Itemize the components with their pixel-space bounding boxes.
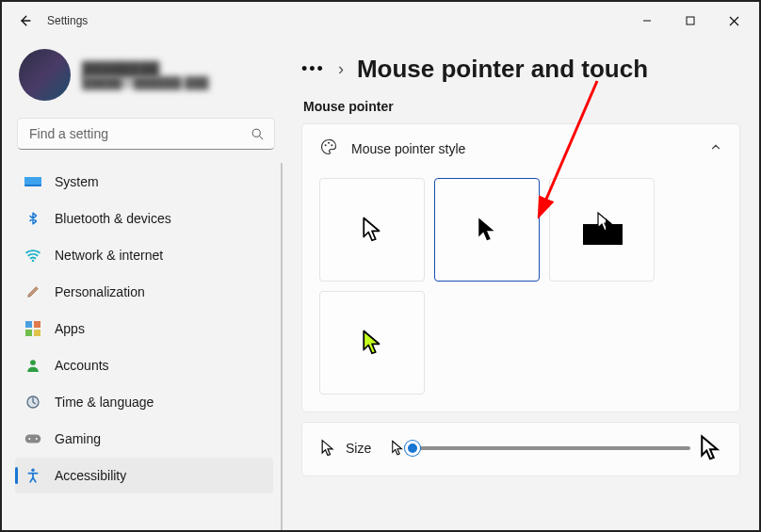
svg-rect-5	[24, 177, 41, 185]
pointer-style-title: Mouse pointer style	[351, 141, 465, 156]
svg-point-17	[325, 144, 327, 146]
sidebar-item-accounts[interactable]: Accounts	[15, 347, 273, 383]
breadcrumb: ••• › Mouse pointer and touch	[301, 55, 740, 84]
account-email: █████@██████.███	[82, 76, 209, 89]
svg-line-3	[259, 136, 263, 139]
cursor-custom-icon	[360, 329, 384, 357]
bluetooth-icon	[24, 210, 41, 227]
svg-rect-9	[25, 330, 32, 336]
sidebar-item-apps[interactable]: Apps	[15, 311, 273, 347]
paintbrush-icon	[24, 283, 41, 300]
svg-rect-7	[25, 321, 32, 328]
search-icon	[251, 127, 265, 141]
sidebar-item-time-language[interactable]: Time & language	[15, 384, 273, 420]
sidebar-item-label: Apps	[55, 321, 85, 336]
close-button[interactable]	[712, 5, 755, 37]
monitor-icon	[24, 173, 41, 190]
sidebar-item-personalization[interactable]: Personalization	[15, 274, 273, 310]
section-label: Mouse pointer	[303, 99, 740, 114]
sidebar-item-label: Time & language	[55, 395, 154, 410]
gaming-icon	[24, 430, 41, 447]
sidebar-item-label: Accessibility	[55, 468, 126, 483]
chevron-right-icon: ›	[338, 59, 344, 79]
sidebar-item-label: Personalization	[55, 284, 145, 299]
close-icon	[729, 16, 739, 26]
svg-point-15	[36, 438, 38, 440]
avatar	[19, 49, 71, 101]
palette-icon	[319, 137, 338, 159]
accessibility-icon	[24, 467, 41, 484]
arrow-left-icon	[18, 14, 31, 27]
sidebar-item-gaming[interactable]: Gaming	[15, 421, 273, 457]
pointer-size-card: Size	[301, 422, 740, 476]
slider-track[interactable]	[413, 446, 690, 450]
cursor-white-icon	[360, 216, 384, 244]
sidebar-item-label: Accounts	[55, 358, 109, 373]
settings-window: Settings ████████ █████@██████.███	[0, 0, 761, 532]
titlebar: Settings	[2, 2, 759, 40]
sidebar-item-label: Bluetooth & devices	[55, 211, 171, 226]
apps-icon	[24, 320, 41, 337]
account-name: ████████	[82, 61, 209, 76]
sidebar-item-system[interactable]: System	[15, 164, 273, 200]
sidebar: ████████ █████@██████.███ System	[2, 40, 284, 530]
minimize-icon	[642, 16, 652, 25]
svg-rect-13	[25, 435, 41, 443]
maximize-button[interactable]	[669, 5, 712, 37]
minimize-button[interactable]	[625, 5, 669, 37]
chevron-up-icon	[709, 140, 722, 156]
size-slider[interactable]	[390, 434, 722, 462]
maximize-icon	[686, 16, 695, 25]
nav-list: System Bluetooth & devices Network & int…	[15, 163, 283, 530]
svg-point-18	[328, 142, 330, 144]
slider-thumb[interactable]	[405, 441, 420, 456]
search-input[interactable]	[27, 125, 251, 142]
svg-rect-1	[687, 17, 694, 24]
pointer-style-header[interactable]: Mouse pointer style	[302, 124, 739, 172]
wifi-icon	[24, 247, 41, 264]
svg-point-16	[31, 469, 34, 472]
sidebar-item-label: Network & internet	[55, 248, 163, 263]
cursor-black-icon	[475, 216, 499, 244]
size-label: Size	[346, 441, 371, 456]
search-box[interactable]	[17, 118, 275, 150]
breadcrumb-ellipsis[interactable]: •••	[301, 59, 325, 79]
svg-point-11	[30, 360, 36, 365]
svg-point-2	[252, 129, 260, 137]
sidebar-item-label: System	[55, 174, 99, 189]
svg-point-6	[32, 260, 34, 262]
svg-rect-10	[34, 330, 40, 336]
svg-point-14	[28, 438, 30, 440]
page-title: Mouse pointer and touch	[357, 55, 648, 84]
back-button[interactable]	[11, 8, 38, 34]
sidebar-item-network[interactable]: Network & internet	[15, 237, 273, 273]
pointer-style-card: Mouse pointer style	[301, 123, 740, 412]
pointer-style-black[interactable]	[434, 178, 540, 282]
clock-globe-icon	[24, 394, 41, 411]
pointer-style-inverted[interactable]	[549, 178, 655, 282]
account-text: ████████ █████@██████.███	[82, 61, 209, 89]
sidebar-item-accessibility[interactable]: Accessibility	[15, 458, 273, 493]
person-icon	[24, 357, 41, 374]
window-controls	[625, 5, 755, 37]
cursor-inverted-icon	[575, 211, 628, 249]
main-content: ••• › Mouse pointer and touch Mouse poin…	[284, 40, 759, 530]
sidebar-item-bluetooth[interactable]: Bluetooth & devices	[15, 201, 273, 236]
pointer-style-custom[interactable]	[319, 291, 425, 395]
sidebar-item-label: Gaming	[55, 431, 101, 446]
pointer-style-white[interactable]	[319, 178, 425, 282]
cursor-small-icon	[319, 439, 336, 458]
account-block[interactable]: ████████ █████@██████.███	[15, 41, 284, 114]
cursor-min-icon	[390, 440, 405, 457]
svg-rect-8	[34, 321, 40, 328]
window-title: Settings	[47, 14, 88, 27]
svg-point-19	[331, 144, 332, 146]
pointer-style-options	[302, 172, 739, 411]
cursor-max-icon	[698, 434, 722, 462]
